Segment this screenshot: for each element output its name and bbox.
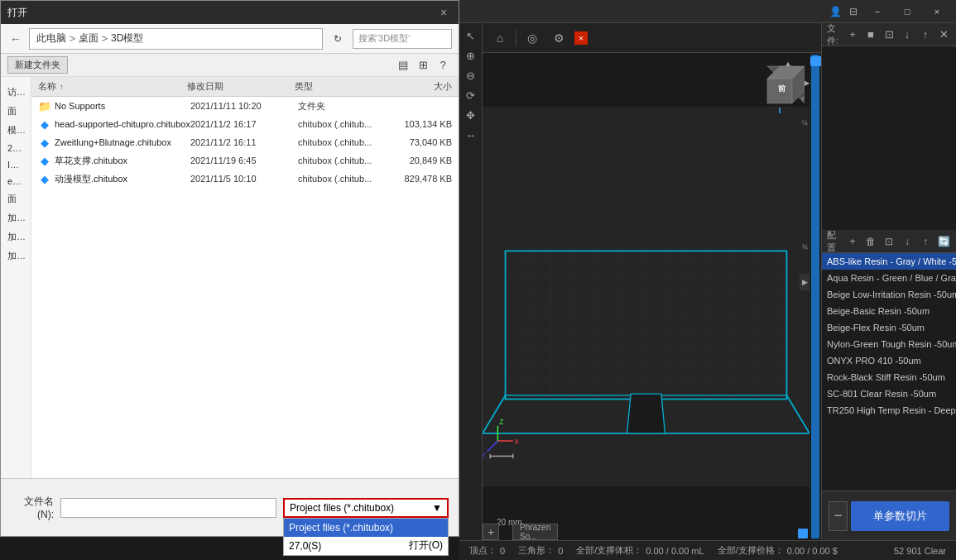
minus-button[interactable]: − [829,501,848,531]
support-volume-status: 全部/支撑体积： 0.00 / 0.00 mL [576,544,704,557]
file-row[interactable]: ◆ 动漫模型.chitubox 2021/11/5 10:10 chitubox… [31,170,459,188]
nav-item-5[interactable]: e-Drive [4,174,27,189]
add-tab-button[interactable]: + [483,524,499,540]
col-header-type[interactable]: 类型 [295,80,386,93]
files-content-area [822,46,956,230]
zoom-out-button[interactable]: ⊖ [462,66,480,84]
maximize-button[interactable]: □ [895,3,920,20]
close-file-button[interactable]: ✕ [936,27,951,42]
resin-item-8[interactable]: SC-801 Clear Resin -50um [822,385,956,402]
chibox-icon: ◆ [38,136,51,149]
file-size: 73,040 KB [410,137,452,147]
refresh-config-button[interactable]: 🔄 [936,234,951,249]
filetype-selected-label: Project files (*.chitubox) [290,502,394,514]
path-item-1[interactable]: 桌面 [79,31,98,45]
slice-button[interactable]: 单参数切片 [851,501,949,531]
chibox-icon: ◆ [38,172,51,185]
minimize-button[interactable]: − [865,3,890,20]
nav-item-3[interactable]: 21-11 [4,141,27,156]
filetype-selected[interactable]: Project files (*.chitubox) ▼ [283,498,449,518]
col-header-name[interactable]: 名称 ↑ [38,80,187,93]
resin-item-6[interactable]: ONYX PRO 410 -50um [822,352,956,369]
filetype-option-1[interactable]: 27,0(S) 打开(O) [284,537,448,555]
resin-item-7[interactable]: Rock-Black Stiff Resin -50um [822,369,956,385]
arrow-tool-button[interactable]: ↖ [462,26,480,45]
slider-thumb[interactable] [810,56,821,66]
nav-item-7[interactable]: 加磁盘(C:) [4,209,27,227]
settings-button[interactable]: ⚙ [548,27,569,49]
folder-icon: 📁 [38,99,51,112]
resin-item-4[interactable]: Beige-Flex Resin -50um [822,319,956,336]
zoom-in-button[interactable]: ⊕ [462,46,480,65]
view-icons: ▤ ⊞ ? [394,56,452,74]
col-header-date[interactable]: 修改日期 [187,80,295,93]
slider-bottom-thumb[interactable] [798,529,808,538]
fit-button[interactable]: ↔ [462,126,480,144]
file-row[interactable]: ◆ head-supported-chitupro.chitubox 2021/… [31,115,459,133]
nav-item-0[interactable]: 访问间 [4,84,27,101]
new-folder-button[interactable]: 新建文件夹 [7,56,68,74]
file-row[interactable]: 📁 No Supports 2021/11/11 10:20 文件夹 [31,97,459,115]
clear-count-status: 52 901 Clear [894,546,946,556]
col-header-size[interactable]: 大小 [386,80,452,93]
nav-item-6[interactable]: 面 [4,190,27,208]
filetype-options: Project files (*.chitubox) 27,0(S) 打开(O) [283,518,449,556]
rotate-button[interactable]: ⟳ [462,86,480,104]
path-item-2[interactable]: 3D模型 [111,31,143,45]
nav-item-4[interactable]: ITUBOX [4,157,27,172]
3d-grid-area: X Z Y [483,53,809,540]
dialog-bottom: 文件名(N): Project files (*.chitubox) ▼ Pro… [1,478,459,536]
3d-viewport: ⌂ ◎ ⚙ × ↖ ⊕ ⊖ ⟳ ✥ ↔ [459,23,821,540]
home-view-button[interactable]: ⌂ [489,27,511,49]
export-config-button[interactable]: ↓ [900,234,915,249]
expand-right-button[interactable]: ▶ [800,274,809,290]
dialog-close-button[interactable]: × [435,4,452,21]
copy-config-button[interactable]: ⊡ [882,234,896,249]
resin-item-0[interactable]: ABS-like Resin - Gray / White -50um [822,253,956,270]
file-row[interactable]: ◆ Zweitlung+Blutnage.chitubox 2021/11/2 … [31,133,459,151]
help-icon[interactable]: ? [434,56,452,74]
window-controls: 👤 ⊟ − □ × [829,3,949,20]
list-view-icon[interactable]: ▤ [394,56,412,74]
filetype-option-0[interactable]: Project files (*.chitubox) [284,519,448,537]
filename-input[interactable] [60,498,276,518]
refresh-button[interactable]: ↻ [328,29,348,49]
viewport-tab[interactable]: Phrazen So... [512,524,558,540]
vertical-slider[interactable]: ¼ ¾ [809,53,821,540]
nav-item-8[interactable]: 加驱(D:) [4,228,27,246]
import-file-button[interactable]: ↑ [918,27,933,42]
resin-item-5[interactable]: Nylon-Green Tough Resin -50um [822,336,956,352]
pan-button[interactable]: ✥ [462,106,480,124]
back-button[interactable]: ← [7,31,24,47]
file-list-area: 访问间 面 模型 21-11 ITUBOX e-Drive 面 加磁盘(C:) … [1,77,459,478]
user-icon[interactable]: 👤 [829,5,842,18]
file-row[interactable]: ◆ 草花支撑.chitubox 2021/11/19 6:45 chitubox… [31,151,459,170]
address-search[interactable]: 搜索'3D模型' [353,29,452,49]
resin-item-1[interactable]: Aqua Resin - Green / Blue / Gray-4k / h [822,270,956,286]
resin-item-2[interactable]: Beige Low-Irritation Resin -50um [822,286,956,303]
open-inline-btn[interactable]: 打开(O) [409,538,443,553]
nav-item-1[interactable]: 面 [4,103,27,120]
orientation-cube[interactable]: Y 前 [755,58,805,124]
support-price-status: 全部/支撑价格： 0.00 / 0.00 $ [718,544,838,557]
close-viewport-button[interactable]: × [574,31,588,45]
camera-button[interactable]: ◎ [521,27,543,49]
close-button[interactable]: × [925,3,949,20]
resin-item-3[interactable]: Beige-Basic Resin -50um [822,303,956,319]
config-toolbar: 配置 + 🗑 ⊡ ↓ ↑ 🔄 [822,230,956,253]
nav-item-2[interactable]: 模型 [4,122,27,139]
delete-config-button[interactable]: 🗑 [863,234,878,249]
duplicate-file-button[interactable]: ⊡ [882,27,896,42]
resin-item-9[interactable]: TR250 High Temp Resin - Deep Gray -5 [822,402,956,419]
add-config-button[interactable]: + [845,234,860,249]
triangles-value: 0 [558,546,563,556]
import-config-button[interactable]: ↑ [918,234,933,249]
delete-file-button[interactable]: ■ [863,27,878,42]
add-file-button[interactable]: + [845,27,860,42]
path-item-0[interactable]: 此电脑 [36,31,66,45]
settings-icon[interactable]: ⊟ [847,5,860,18]
grid-view-icon[interactable]: ⊞ [414,56,432,74]
nav-item-9[interactable]: 加磁盘(E:) [4,247,27,265]
triangles-label: 三角形： [518,544,555,557]
export-file-button[interactable]: ↓ [900,27,915,42]
